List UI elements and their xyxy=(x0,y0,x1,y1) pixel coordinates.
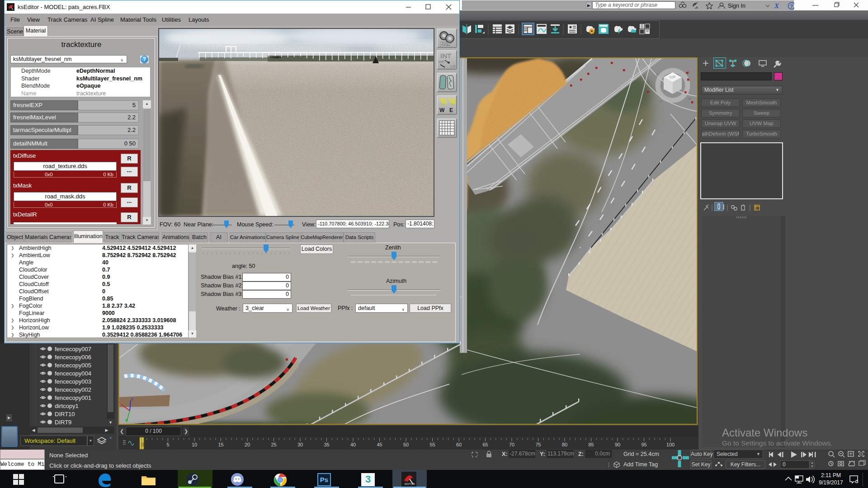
svg-text:LR: LR xyxy=(450,64,456,69)
svg-text:15: 15 xyxy=(218,442,223,447)
svg-text:40: 40 xyxy=(350,442,356,447)
svg-text:Blur: Blur xyxy=(440,41,452,47)
svg-text:z: z xyxy=(131,397,133,401)
svg-text:5: 5 xyxy=(166,442,169,447)
svg-text:20: 20 xyxy=(245,442,250,447)
svg-text:X: X xyxy=(774,2,779,9)
svg-text:E: E xyxy=(449,107,453,113)
svg-text:W: W xyxy=(439,107,445,113)
svg-text:E: E xyxy=(656,73,659,77)
svg-text:Sign In: Sign In xyxy=(728,3,745,9)
svg-text:90: 90 xyxy=(615,442,620,447)
svg-text:85: 85 xyxy=(588,442,594,447)
svg-text:30: 30 xyxy=(297,442,303,447)
svg-text:EDITOR: EDITOR xyxy=(405,483,415,485)
svg-text:60: 60 xyxy=(456,442,462,447)
svg-text:65: 65 xyxy=(482,442,488,447)
svg-text:0: 0 xyxy=(141,442,144,447)
svg-text:50: 50 xyxy=(403,442,409,447)
svg-text:80: 80 xyxy=(562,442,567,447)
svg-text:25: 25 xyxy=(271,442,276,447)
svg-text:?: ? xyxy=(790,4,793,9)
svg-text:35: 35 xyxy=(324,442,329,447)
svg-text:HR: HR xyxy=(439,60,444,64)
svg-text:INT: INT xyxy=(440,52,451,60)
svg-text:70: 70 xyxy=(509,442,514,447)
svg-text:45: 45 xyxy=(377,442,382,447)
svg-text:N: N xyxy=(660,99,663,103)
svg-text:10: 10 xyxy=(192,442,197,447)
svg-text:95: 95 xyxy=(641,442,646,447)
svg-text:55: 55 xyxy=(429,442,435,447)
svg-text:100: 100 xyxy=(666,442,675,447)
svg-text:W: W xyxy=(688,96,692,101)
svg-text:75: 75 xyxy=(535,442,541,447)
